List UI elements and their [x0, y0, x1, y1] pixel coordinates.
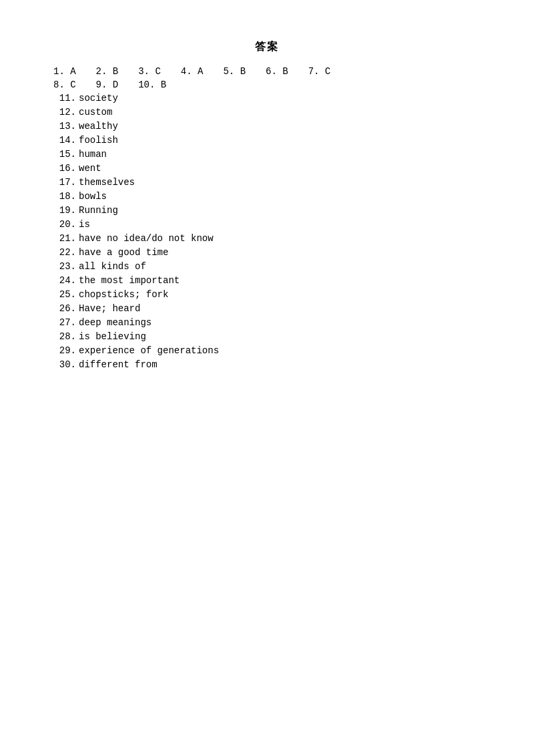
answer-value: Have; heard	[79, 303, 140, 314]
answer-number: 22.	[53, 247, 76, 258]
answer-number: 14.	[53, 135, 76, 146]
mc-answer: 9. D	[96, 79, 119, 90]
answer-value: have no idea/do not know	[79, 233, 214, 244]
mc-answer: 3. C	[138, 66, 161, 77]
fill-in-section: 11.society12.custom13.wealthy14.foolish1…	[53, 93, 481, 370]
answer-value: chopsticks; fork	[79, 289, 168, 300]
answer-value: deep meanings	[79, 317, 152, 328]
mc-answer: 10. B	[138, 79, 166, 90]
answer-number: 17.	[53, 177, 76, 188]
fill-answer-line: 14.foolish	[53, 135, 481, 146]
answer-number: 23.	[53, 261, 76, 272]
fill-answer-line: 16.went	[53, 163, 481, 174]
fill-answer-line: 17.themselves	[53, 177, 481, 188]
fill-answer-line: 13.wealthy	[53, 121, 481, 132]
answer-number: 21.	[53, 233, 76, 244]
answer-number: 12.	[53, 107, 76, 118]
answer-number: 29.	[53, 345, 76, 356]
answer-value: is believing	[79, 331, 146, 342]
fill-answer-line: 24.the most important	[53, 275, 481, 286]
answer-value: have a good time	[79, 247, 168, 258]
fill-answer-line: 12.custom	[53, 107, 481, 118]
answers-section: 1. A2. B3. C4. A5. B6. B7. C 8. C9. D10.…	[53, 66, 481, 370]
fill-answer-line: 18.bowls	[53, 191, 481, 202]
fill-answer-line: 25.chopsticks; fork	[53, 289, 481, 300]
mc-answer: 6. B	[266, 66, 288, 77]
answer-value: is	[79, 219, 90, 230]
answer-number: 15.	[53, 149, 76, 160]
answer-value: foolish	[79, 135, 118, 146]
mc-answer: 8. C	[53, 79, 76, 90]
answer-value: experience of generations	[79, 345, 219, 356]
mc-answer: 5. B	[223, 66, 246, 77]
answer-value: wealthy	[79, 121, 118, 132]
page-title: 答案	[53, 40, 481, 54]
answer-number: 25.	[53, 289, 76, 300]
answer-number: 27.	[53, 317, 76, 328]
fill-answer-line: 11.society	[53, 93, 481, 104]
answer-value: bowls	[79, 191, 107, 202]
fill-answer-line: 20.is	[53, 219, 481, 230]
fill-answer-line: 23.all kinds of	[53, 261, 481, 272]
fill-answer-line: 22.have a good time	[53, 247, 481, 258]
answer-number: 28.	[53, 331, 76, 342]
fill-answer-line: 21.have no idea/do not know	[53, 233, 481, 244]
answer-value: all kinds of	[79, 261, 146, 272]
answer-number: 20.	[53, 219, 76, 230]
mc-row-1: 1. A2. B3. C4. A5. B6. B7. C	[53, 66, 481, 77]
answer-number: 19.	[53, 205, 76, 216]
fill-answer-line: 26.Have; heard	[53, 303, 481, 314]
answer-number: 18.	[53, 191, 76, 202]
answer-value: went	[79, 163, 101, 174]
answer-value: the most important	[79, 275, 180, 286]
answer-value: themselves	[79, 177, 135, 188]
mc-answer: 7. C	[308, 66, 331, 77]
answer-number: 26.	[53, 303, 76, 314]
fill-answer-line: 27.deep meanings	[53, 317, 481, 328]
answer-number: 16.	[53, 163, 76, 174]
mc-answer: 4. A	[181, 66, 204, 77]
answer-number: 11.	[53, 93, 76, 104]
answer-value: human	[79, 149, 107, 160]
fill-answer-line: 19.Running	[53, 205, 481, 216]
answer-value: society	[79, 93, 118, 104]
fill-answer-line: 15.human	[53, 149, 481, 160]
fill-answer-line: 28.is believing	[53, 331, 481, 342]
mc-answer: 1. A	[53, 66, 76, 77]
mc-row-2: 8. C9. D10. B	[53, 79, 481, 90]
fill-answer-line: 30.different from	[53, 359, 481, 370]
answer-value: Running	[79, 205, 118, 216]
answer-value: custom	[79, 107, 112, 118]
answer-number: 24.	[53, 275, 76, 286]
answer-number: 30.	[53, 359, 76, 370]
answer-value: different from	[79, 359, 158, 370]
answer-number: 13.	[53, 121, 76, 132]
mc-answer: 2. B	[96, 66, 119, 77]
fill-answer-line: 29.experience of generations	[53, 345, 481, 356]
